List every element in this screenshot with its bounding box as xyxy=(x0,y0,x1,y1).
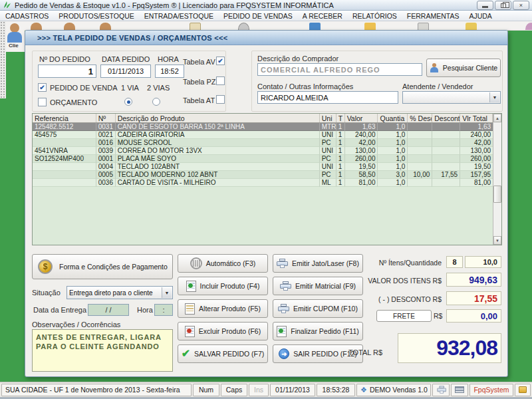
hora-pedido-label: HORA xyxy=(158,55,179,63)
contato-label: Contato / Outras Informações xyxy=(257,82,353,90)
scroll-up-icon[interactable]: ▲ xyxy=(493,114,501,122)
status-brand: FpqSystem xyxy=(469,384,513,396)
terminal-icon xyxy=(455,386,464,393)
cell: MTR xyxy=(320,123,336,131)
cell: 42,00 xyxy=(460,139,493,147)
excluir-produto-label: Excluir Produto (F6) xyxy=(199,327,261,335)
table-scrollbar[interactable]: ▲ ▼ xyxy=(493,114,501,245)
cell: 19,50 xyxy=(460,163,493,171)
cell: 3,0 xyxy=(378,171,408,179)
data-entrega-field[interactable]: / / xyxy=(88,304,129,316)
salvar-pedido-label: SALVAR PEDIDO (F7) xyxy=(194,350,264,358)
situacao-value: Entrega direto para o cliente xyxy=(69,289,153,297)
via1-radio[interactable] xyxy=(124,98,132,106)
order-group: Nº DO PEDIDO 1 DATA PEDIDO 01/11/2013 HO… xyxy=(32,51,226,112)
numero-pedido-field[interactable]: 1 xyxy=(38,65,96,78)
col-header[interactable]: Quantia xyxy=(378,114,408,122)
observacoes-label: Observações / Ocorrências xyxy=(32,321,120,329)
menu-produtos-estoque[interactable]: PRODUTOS/ESTOQUE xyxy=(59,12,134,20)
pagamento-label: Forma e Condições de Pagamento xyxy=(59,263,168,271)
folder-icon xyxy=(519,386,527,393)
menu-ajuda[interactable]: AJUDA xyxy=(469,12,491,20)
observacoes-textarea[interactable]: ANTES DE ENTREGAR, LIGARA PARA O CLEINTE… xyxy=(32,329,173,372)
cell: 1 xyxy=(336,163,345,171)
automatico-button[interactable]: Automático (F3) xyxy=(178,254,268,273)
orcamento-checkbox[interactable] xyxy=(38,98,47,106)
cell: 0036 xyxy=(96,179,116,187)
minimize-button[interactable] xyxy=(477,1,493,10)
frete-box: 0,00 xyxy=(446,309,501,323)
cell: 81,00 xyxy=(345,179,378,187)
tabela-at-checkbox[interactable] xyxy=(216,95,225,104)
toolbar xyxy=(0,21,532,31)
tabela-av-checkbox[interactable]: ✔ xyxy=(216,57,225,65)
menu-relatorios[interactable]: RELATÓRIOS xyxy=(352,12,397,20)
table-row[interactable]: 0036CARTAO DE VISITA - MILHEIROML181,001… xyxy=(33,179,493,187)
scroll-down-icon[interactable]: ▼ xyxy=(493,236,501,245)
col-header[interactable]: Nº xyxy=(96,114,116,122)
desconto-value: 17,55 xyxy=(474,293,497,304)
col-header[interactable]: Uni xyxy=(320,114,336,122)
status-folder[interactable] xyxy=(515,384,531,396)
col-header[interactable]: Descrição do Produto xyxy=(116,114,320,122)
table-row[interactable]: 4545750021CADEIRA GIRATORIAUNI1240,001,0… xyxy=(33,131,493,139)
descricao-comprador-field[interactable]: COMERCIAL ALFREDO REGO xyxy=(257,63,422,76)
close-button[interactable]: × xyxy=(513,1,529,10)
pedido-venda-label: PEDIDO DE VENDA xyxy=(50,84,117,92)
menu-cadastros[interactable]: CADASTROS xyxy=(5,12,49,20)
salvar-pedido-button[interactable]: ✔ SALVAR PEDIDO (F7) xyxy=(178,344,268,363)
cell: 17,55 xyxy=(432,171,460,179)
menu-a-receber[interactable]: A RECEBER xyxy=(303,12,342,20)
data-entrega-value: / / xyxy=(105,306,111,314)
hora-pedido-field[interactable]: 18:52 xyxy=(155,65,184,78)
table-row[interactable]: 0016MOUSE SCROOLPC142,001,042,00 xyxy=(33,139,493,147)
toolbar-cliente-button[interactable]: Clie xyxy=(6,21,25,52)
frete-button[interactable]: FRETE xyxy=(376,310,432,322)
tabela-av-label: Tabela AV xyxy=(183,58,215,66)
tabela-pz-label: Tabela PZ xyxy=(183,78,216,86)
alterar-produto-button[interactable]: Alterar Produto (F5) xyxy=(178,299,268,318)
status-num: Num xyxy=(193,384,219,396)
situacao-select[interactable]: Entrega direto para o cliente ▼ xyxy=(66,286,173,299)
excluir-produto-button[interactable]: Excluir Produto (F6) xyxy=(178,322,268,340)
restore-button[interactable] xyxy=(495,1,511,10)
cliente-icon-body xyxy=(7,32,22,43)
status-printer[interactable] xyxy=(432,384,450,396)
barcode-icon xyxy=(190,257,202,269)
col-header[interactable]: Referencia xyxy=(33,114,96,122)
pedido-venda-checkbox[interactable]: ✔ xyxy=(38,83,47,92)
tabela-pz-checkbox[interactable] xyxy=(216,76,225,85)
col-header[interactable]: T xyxy=(336,114,345,122)
pagamento-button[interactable]: $ Forma e Condições de Pagamento xyxy=(32,254,173,279)
table-row[interactable]: 0005TECLADO MODERNO 102 ABNTPC158,503,01… xyxy=(33,171,493,179)
table-row[interactable]: 0004TECLADO 102ABNTUNI119,501,019,50 xyxy=(33,163,493,171)
pesquisar-cliente-button[interactable]: Pesquisar Cliente xyxy=(426,59,501,77)
table-row[interactable]: 125482.55120031CANO DE ESGOTO BARRA 150 … xyxy=(33,123,493,131)
hora-entrega-field[interactable]: : xyxy=(154,304,173,316)
menu-pedido-de-vendas[interactable]: PEDIDO DE VENDAS xyxy=(223,12,293,20)
incluir-produto-button[interactable]: Incluir Produto (F4) xyxy=(178,277,268,295)
scrollbar-thumb[interactable] xyxy=(493,186,501,203)
quantidade-box: 10,0 xyxy=(465,256,501,268)
via2-radio[interactable] xyxy=(152,98,160,106)
orcamento-label: ORÇAMENTO xyxy=(50,98,97,106)
menu-ferramentas[interactable]: FERRAMENTAS xyxy=(407,12,460,20)
check-icon: ✔ xyxy=(182,349,190,358)
menu-entrada-estoque[interactable]: ENTRADA/ESTOQUE xyxy=(144,12,213,20)
cell: 1,63 xyxy=(460,123,493,131)
data-pedido-field[interactable]: 01/11/2013 xyxy=(100,65,151,78)
statusbar: SUA CIDADE - UF 1 de Novembro de 2013 - … xyxy=(0,382,532,397)
col-header[interactable]: Desconto xyxy=(432,114,460,122)
toolbar-icon[interactable] xyxy=(525,23,532,31)
contato-field[interactable]: RICARDO ALMEIDA xyxy=(257,91,398,104)
table-row[interactable]: SO12524MP4000001PLACA MÃE SOYOPC1260,001… xyxy=(33,155,493,163)
restore-icon xyxy=(501,3,506,8)
finalizar-pedido-button[interactable]: Finalizar Pedido (F11) xyxy=(273,322,363,340)
atendente-select[interactable]: ▼ xyxy=(402,91,501,104)
col-header[interactable]: Valor xyxy=(345,114,378,122)
col-header[interactable]: Vlr Total xyxy=(460,114,493,122)
status-terminal[interactable] xyxy=(451,384,468,396)
col-header[interactable]: % Desc. xyxy=(408,114,432,122)
cell: 260,00 xyxy=(460,155,493,163)
table-row[interactable]: 4541VNRA0039CORREA DO MOTOR 13VXUNI1130,… xyxy=(33,147,493,155)
